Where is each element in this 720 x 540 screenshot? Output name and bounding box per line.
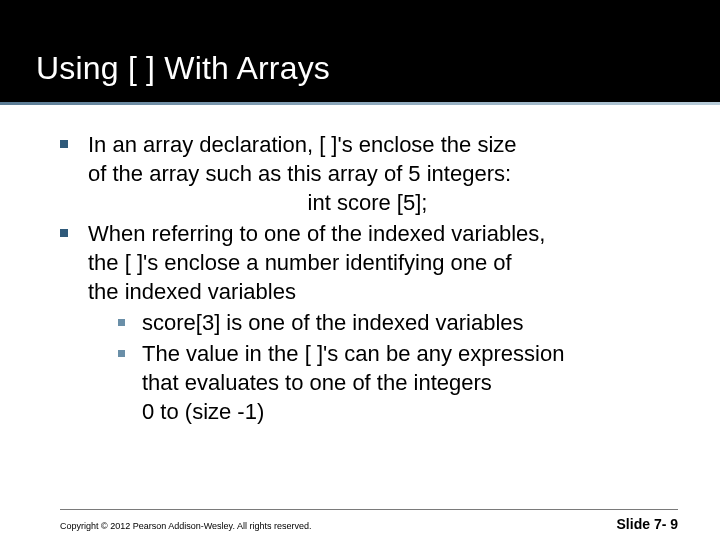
page-number: Slide 7- 9 xyxy=(617,516,678,532)
slide-title: Using [ ] With Arrays xyxy=(36,50,720,87)
slide: Using [ ] With Arrays In an array declar… xyxy=(0,0,720,540)
bullet-text: When referring to one of the indexed var… xyxy=(88,221,545,246)
sub-bullet-list: score[3] is one of the indexed variables… xyxy=(88,308,675,426)
bullet-item: In an array declaration, [ ]'s enclose t… xyxy=(60,130,675,217)
bullet-text: of the array such as this array of 5 int… xyxy=(88,161,511,186)
slide-body: In an array declaration, [ ]'s enclose t… xyxy=(0,102,720,426)
sub-bullet-text: 0 to (size -1) xyxy=(142,399,264,424)
copyright-text: Copyright © 2012 Pearson Addison-Wesley.… xyxy=(60,521,311,531)
bullet-item: When referring to one of the indexed var… xyxy=(60,219,675,426)
slide-footer: Copyright © 2012 Pearson Addison-Wesley.… xyxy=(0,509,720,532)
bullet-text: In an array declaration, [ ]'s enclose t… xyxy=(88,132,517,157)
code-example: int score [5]; xyxy=(60,188,675,217)
sub-bullet-text: that evaluates to one of the integers xyxy=(142,370,492,395)
title-underline xyxy=(0,102,720,105)
bullet-text: the [ ]'s enclose a number identifying o… xyxy=(88,250,512,275)
sub-bullet-item: The value in the [ ]'s can be any expres… xyxy=(118,339,675,426)
sub-bullet-text: The value in the [ ]'s can be any expres… xyxy=(142,341,564,366)
bullet-list: In an array declaration, [ ]'s enclose t… xyxy=(60,130,675,426)
bullet-text: the indexed variables xyxy=(88,279,296,304)
sub-bullet-text: score[3] is one of the indexed variables xyxy=(142,310,524,335)
sub-bullet-item: score[3] is one of the indexed variables xyxy=(118,308,675,337)
title-band: Using [ ] With Arrays xyxy=(0,0,720,102)
footer-content: Copyright © 2012 Pearson Addison-Wesley.… xyxy=(60,509,678,532)
